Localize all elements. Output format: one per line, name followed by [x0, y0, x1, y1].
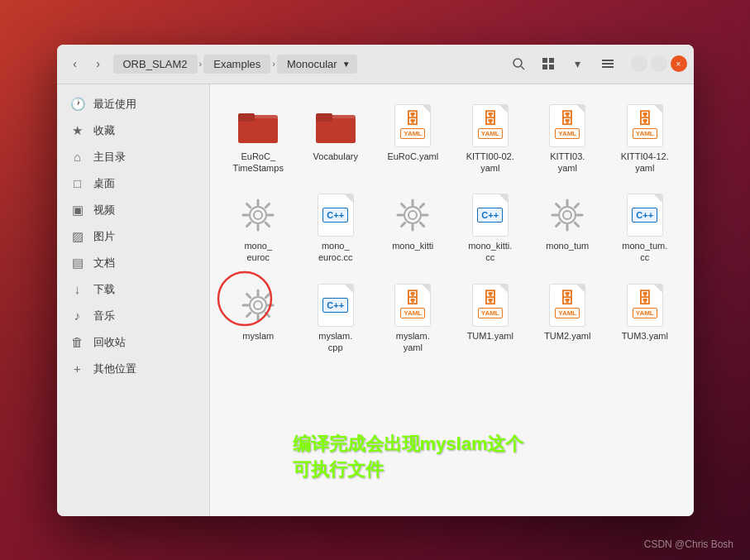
file-item-mono-kitti[interactable]: mono_kitti	[378, 187, 449, 270]
cpp-icon-myslam: C++	[314, 284, 357, 327]
file-item-vocabulary[interactable]: Vocabulary	[300, 98, 371, 181]
file-item-tum3[interactable]: 🗄 YAML TUM3.yaml	[609, 277, 681, 361]
sidebar-videos-label: 视频	[93, 203, 115, 218]
yaml-cylinder-icon-4: 🗄	[638, 112, 652, 127]
file-item-myslam[interactable]: myslam	[223, 277, 294, 361]
file-item-tum1[interactable]: 🗄 YAML TUM1.yaml	[455, 277, 526, 361]
file-item-mono-euroc[interactable]: mono_euroc	[223, 187, 294, 270]
svg-rect-2	[542, 58, 547, 63]
watermark: CSDN @Chris Bosh	[644, 538, 733, 550]
file-item-mono-tum-cc[interactable]: C++ mono_tum.cc	[609, 187, 681, 270]
sidebar-item-home[interactable]: ⌂ 主目录	[57, 144, 209, 170]
breadcrumb-sep1: ›	[199, 59, 203, 69]
sidebar-item-desktop[interactable]: □ 桌面	[57, 170, 209, 197]
yaml-file-icon-myslam: 🗄 YAML	[394, 284, 431, 327]
cpp-icon-mono-tum: C++	[623, 194, 666, 237]
highlight-circle	[215, 269, 275, 328]
cpp-file-icon-2: C++	[472, 194, 509, 237]
annotation-line2: 可执行文件	[293, 457, 524, 483]
document-icon: ▤	[70, 256, 85, 270]
search-button[interactable]	[505, 50, 532, 77]
file-item-euroc-timestamps[interactable]: EuRoC_TimeStamps	[223, 98, 294, 181]
sidebar-item-documents[interactable]: ▤ 文档	[57, 250, 209, 276]
sidebar-music-label: 音乐	[93, 309, 115, 323]
sidebar-desktop-label: 桌面	[93, 176, 115, 191]
yaml-file-icon-tum3: 🗄 YAML	[627, 284, 663, 327]
svg-line-31	[402, 204, 405, 208]
file-name-vocabulary: Vocabulary	[313, 151, 358, 162]
sidebar-other-label: 其他位置	[93, 361, 136, 376]
yaml-icon-kitti00: 🗄 YAML	[469, 104, 512, 147]
svg-point-55	[218, 272, 271, 325]
file-name-myslam: myslam	[242, 330, 274, 342]
file-item-mono-euroc-cc[interactable]: C++ mono_euroc.cc	[300, 187, 371, 270]
yaml-file-icon-4: 🗄 YAML	[627, 104, 663, 147]
file-name-myslam-cpp: myslam.cpp	[318, 330, 352, 354]
yaml-file-icon-2: 🗄 YAML	[472, 104, 509, 147]
svg-rect-7	[602, 63, 614, 65]
sidebar-bookmarks-label: 收藏	[93, 123, 115, 138]
svg-line-23	[266, 204, 270, 208]
svg-rect-3	[549, 58, 554, 63]
maximize-button[interactable]: □	[651, 55, 667, 72]
svg-line-34	[402, 223, 405, 226]
gear-svg-3	[548, 196, 586, 234]
sidebar-item-videos[interactable]: ▣ 视频	[57, 197, 209, 223]
file-item-kitti00-02[interactable]: 🗄 YAML KITTI00-02.yaml	[455, 98, 526, 181]
svg-line-32	[421, 223, 424, 226]
cpp-label-3: C++	[632, 208, 657, 223]
svg-point-36	[563, 211, 571, 219]
breadcrumb-examples[interactable]: Examples	[203, 55, 270, 74]
file-item-myslam-cpp[interactable]: C++ myslam.cpp	[300, 277, 371, 361]
file-grid: EuRoC_TimeStamps Vocabulary	[223, 98, 681, 361]
music-icon: ♪	[70, 309, 85, 323]
file-item-kitti03[interactable]: 🗄 YAML KITTI03.yaml	[533, 98, 604, 181]
sidebar-item-pictures[interactable]: ▨ 图片	[57, 223, 209, 250]
cpp-file-icon: C++	[318, 194, 354, 237]
sidebar-item-bookmarks[interactable]: ★ 收藏	[57, 117, 209, 144]
yaml-file-icon-3: 🗄 YAML	[549, 104, 585, 147]
minimize-button[interactable]: _	[631, 55, 647, 72]
home-icon: ⌂	[70, 150, 85, 164]
yaml-cylinder-icon-3: 🗄	[560, 112, 575, 127]
yaml-label-tum2: YAML	[555, 308, 580, 318]
yaml-label-myslam: YAML	[400, 308, 425, 318]
gear-icon-mono-euroc	[236, 194, 279, 237]
yaml-icon-kitti04: 🗄 YAML	[623, 104, 666, 147]
svg-point-0	[514, 59, 522, 67]
svg-line-41	[557, 204, 560, 208]
picture-icon: ▨	[70, 229, 85, 244]
view-toggle-button[interactable]	[535, 50, 561, 77]
file-item-kitti04-12[interactable]: 🗄 YAML KITTI04-12.yaml	[609, 98, 681, 181]
file-name-mono-tum: mono_tum	[546, 240, 589, 251]
file-item-myslam-yaml[interactable]: 🗄 YAML myslam.yaml	[378, 277, 449, 361]
sidebar-item-recent[interactable]: 🕐 最近使用	[57, 91, 209, 117]
svg-rect-6	[602, 60, 614, 61]
file-item-tum2[interactable]: 🗄 YAML TUM2.yaml	[533, 277, 604, 361]
file-item-euroc-yaml[interactable]: 🗄 YAML EuRoC.yaml	[378, 98, 449, 181]
menu-button[interactable]	[595, 50, 621, 77]
file-item-mono-kitti-cc[interactable]: C++ mono_kitti.cc	[455, 187, 526, 270]
back-button[interactable]: ‹	[64, 52, 87, 75]
breadcrumb-monocular[interactable]: Monocular ▼	[277, 55, 357, 74]
sidebar-item-trash[interactable]: 🗑 回收站	[57, 329, 209, 356]
breadcrumb-sep2: ›	[272, 59, 275, 69]
yaml-label-2: YAML	[478, 128, 503, 139]
file-name-tum1: TUM1.yaml	[467, 330, 514, 342]
breadcrumb-orb-slam2[interactable]: ORB_SLAM2	[113, 55, 198, 74]
forward-button[interactable]: ›	[87, 52, 110, 75]
sidebar-pictures-label: 图片	[93, 229, 115, 244]
add-icon: +	[70, 361, 85, 376]
file-name-mono-euroc-cc: mono_euroc.cc	[318, 240, 353, 264]
view-dropdown-button[interactable]: ▾	[565, 50, 591, 77]
file-name-tum2: TUM2.yaml	[544, 330, 590, 342]
sidebar-item-downloads[interactable]: ↓ 下载	[57, 276, 209, 303]
titlebar-actions: ▾ _ □ ×	[505, 50, 687, 77]
sidebar-item-other[interactable]: + 其他位置	[57, 356, 209, 382]
file-name-kitti04-12: KITTI04-12.yaml	[621, 151, 669, 175]
gear-icon-mono-tum	[546, 194, 589, 237]
file-item-mono-tum[interactable]: mono_tum	[533, 187, 604, 270]
close-button[interactable]: ×	[671, 55, 687, 72]
sidebar-item-music[interactable]: ♪ 音乐	[57, 303, 209, 329]
svg-line-24	[247, 223, 251, 226]
